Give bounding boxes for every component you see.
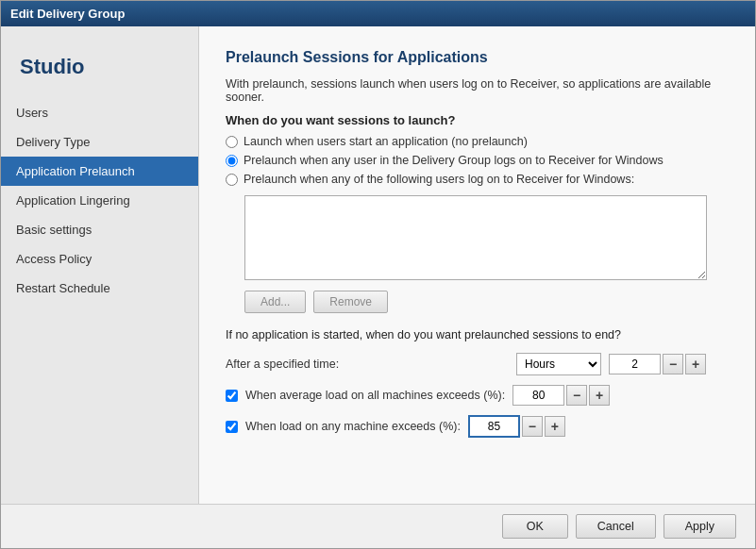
content-area: Studio Users Delivery Type Application P… xyxy=(1,26,755,504)
window-title: Edit Delivery Group xyxy=(10,7,125,21)
description-text: With prelaunch, sessions launch when use… xyxy=(226,77,729,104)
avg-load-row: When average load on all machines exceed… xyxy=(226,385,729,406)
sidebar-item-basic-settings[interactable]: Basic settings xyxy=(1,215,198,244)
time-unit-dropdown[interactable]: Hours Minutes xyxy=(516,353,601,375)
radio-no-prelaunch[interactable]: Launch when users start an application (… xyxy=(226,135,729,148)
sidebar-item-application-lingering[interactable]: Application Lingering xyxy=(1,186,198,215)
radio-no-prelaunch-label: Launch when users start an application (… xyxy=(244,135,528,148)
add-button[interactable]: Add... xyxy=(244,291,306,313)
radio-no-prelaunch-input[interactable] xyxy=(226,136,238,148)
radio-following-users-label: Prelaunch when any of the following user… xyxy=(244,173,634,186)
avg-load-label: When average load on all machines exceed… xyxy=(245,389,505,402)
sidebar-item-restart-schedule[interactable]: Restart Schedule xyxy=(1,274,198,303)
avg-load-value-group: − + xyxy=(512,385,610,406)
when-label: When do you want sessions to launch? xyxy=(226,113,729,127)
radio-following-users-input[interactable] xyxy=(226,174,238,186)
sidebar-item-users[interactable]: Users xyxy=(1,98,198,127)
ok-button[interactable]: OK xyxy=(502,514,568,539)
machine-load-decrease-btn[interactable]: − xyxy=(522,416,543,437)
radio-any-user[interactable]: Prelaunch when any user in the Delivery … xyxy=(226,154,729,167)
launch-options: Launch when users start an application (… xyxy=(226,135,729,186)
avg-load-increase-btn[interactable]: + xyxy=(589,385,610,406)
title-bar: Edit Delivery Group xyxy=(1,1,755,26)
footer: OK Cancel Apply xyxy=(1,504,755,548)
sidebar: Studio Users Delivery Type Application P… xyxy=(1,26,199,504)
sidebar-item-access-policy[interactable]: Access Policy xyxy=(1,244,198,274)
time-value-group: − + xyxy=(609,354,706,374)
sidebar-item-delivery-type[interactable]: Delivery Type xyxy=(1,127,198,157)
time-increase-btn[interactable]: + xyxy=(685,354,706,374)
users-textarea[interactable] xyxy=(244,195,707,280)
studio-logo: Studio xyxy=(1,45,198,98)
time-decrease-btn[interactable]: − xyxy=(663,354,683,374)
machine-load-increase-btn[interactable]: + xyxy=(545,416,565,437)
session-end-section: If no application is started, when do yo… xyxy=(226,328,729,438)
cancel-button[interactable]: Cancel xyxy=(576,514,656,539)
after-label: After a specified time: xyxy=(226,358,509,371)
machine-load-input[interactable] xyxy=(468,415,520,438)
main-panel: Prelaunch Sessions for Applications With… xyxy=(199,26,755,504)
apply-button[interactable]: Apply xyxy=(664,514,736,539)
session-end-title: If no application is started, when do yo… xyxy=(226,328,729,341)
machine-load-row: When load on any machine exceeds (%): − … xyxy=(226,415,729,438)
time-value-input[interactable] xyxy=(609,354,661,374)
remove-button[interactable]: Remove xyxy=(313,291,388,313)
page-title: Prelaunch Sessions for Applications xyxy=(226,49,729,66)
radio-any-user-label: Prelaunch when any user in the Delivery … xyxy=(244,154,664,167)
avg-load-checkbox[interactable] xyxy=(226,390,238,402)
machine-load-checkbox[interactable] xyxy=(226,421,238,433)
sidebar-item-application-prelaunch[interactable]: Application Prelaunch xyxy=(1,157,198,186)
radio-any-user-input[interactable] xyxy=(226,155,238,167)
avg-load-decrease-btn[interactable]: − xyxy=(566,385,587,406)
avg-load-input[interactable] xyxy=(512,385,564,406)
machine-load-label: When load on any machine exceeds (%): xyxy=(245,420,461,433)
radio-following-users[interactable]: Prelaunch when any of the following user… xyxy=(226,173,729,186)
textarea-buttons: Add... Remove xyxy=(244,291,729,313)
machine-load-value-group: − + xyxy=(468,415,565,438)
window: Edit Delivery Group Studio Users Deliver… xyxy=(0,0,756,549)
after-specified-time-row: After a specified time: Hours Minutes − … xyxy=(226,353,729,375)
